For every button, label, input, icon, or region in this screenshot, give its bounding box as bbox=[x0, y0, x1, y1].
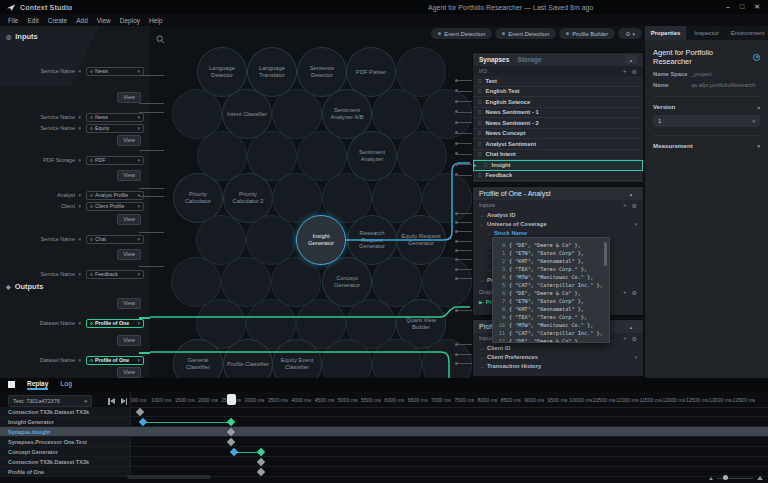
measurement-section-header[interactable]: Measurement ▾ bbox=[653, 135, 760, 149]
node-insight-generator[interactable]: Insight Generator bbox=[296, 215, 346, 265]
synapse-item-news-concept[interactable]: ≡News Concept bbox=[473, 129, 643, 140]
skip-to-start-button[interactable] bbox=[108, 398, 115, 405]
connector-value-select[interactable]: Feedback▾ bbox=[86, 270, 144, 279]
timeline-track-row[interactable]: Connection TX3k.Dataset TX3k bbox=[0, 457, 768, 467]
connector-value-select[interactable]: News▾ bbox=[86, 113, 144, 122]
client-inputs-settings-icon[interactable]: ⚙ bbox=[632, 335, 637, 342]
connector-label[interactable]: Dataset Name ▾ bbox=[40, 357, 81, 363]
zoom-out-icon[interactable] bbox=[709, 477, 713, 480]
event-marker-gray[interactable] bbox=[257, 468, 265, 476]
synapse-item-english-text[interactable]: ≡English Text bbox=[473, 87, 643, 98]
stop-button[interactable] bbox=[8, 381, 15, 388]
synapse-item-feedback[interactable]: ≡Feedback bbox=[473, 171, 643, 182]
view-button[interactable]: View bbox=[117, 367, 141, 378]
timeline-track-row[interactable]: Synapse.Insight bbox=[0, 427, 768, 437]
connector-label[interactable]: Dataset Name ▾ bbox=[40, 320, 81, 326]
tab-inspector[interactable]: Inspector bbox=[686, 26, 727, 40]
search-icon[interactable] bbox=[156, 30, 165, 48]
event-marker-blue[interactable] bbox=[138, 418, 146, 426]
view-button[interactable]: View bbox=[117, 214, 141, 225]
version-select[interactable]: 1 ▾ bbox=[653, 115, 760, 127]
collapse-synapses-button[interactable]: ▴ bbox=[625, 55, 637, 64]
synapse-item-news-sentiment-2[interactable]: ≡News Sentiment - 2 bbox=[473, 118, 643, 129]
connector-value-select[interactable]: Profile of One▾ bbox=[86, 319, 144, 328]
popup-scrollbar[interactable] bbox=[604, 242, 607, 266]
client-item-client-preferences[interactable]: →Client Preferences▾ bbox=[473, 352, 643, 361]
toolbar-pill-0[interactable]: Event Detection bbox=[431, 28, 492, 39]
add-input-button[interactable]: + bbox=[623, 202, 627, 209]
connector-value-select[interactable]: PDF▾ bbox=[86, 156, 144, 165]
zoom-slider[interactable] bbox=[717, 478, 753, 479]
minimize-button[interactable]: – bbox=[726, 3, 730, 11]
connector-label[interactable]: Service Name ▾ bbox=[40, 271, 81, 277]
add-output-button[interactable]: + bbox=[623, 289, 627, 296]
toolbar-pill-2[interactable]: Profile Builder bbox=[559, 28, 615, 39]
connector-value-select[interactable]: Analyst Profile▾ bbox=[86, 191, 144, 200]
time-ruler[interactable]: 500 ms1000 ms1500 ms2000 ms2500 ms3000 m… bbox=[130, 392, 768, 408]
maximize-button[interactable]: □ bbox=[740, 3, 744, 11]
node-canvas[interactable]: Language DetectorLanguage TranslatorSent… bbox=[150, 26, 645, 378]
collapse-analyst-button[interactable]: ▴ bbox=[625, 189, 637, 198]
menu-edit[interactable]: Edit bbox=[27, 17, 38, 24]
connector-label[interactable]: Service Name ▾ bbox=[40, 68, 81, 74]
connector-value-select[interactable]: Profile of One▾ bbox=[86, 356, 144, 365]
tab-storage[interactable]: Storage bbox=[517, 56, 541, 63]
playhead-marker[interactable] bbox=[227, 394, 236, 405]
connector-label[interactable]: Service Name ▾ bbox=[40, 236, 81, 242]
connector-label[interactable]: Client ▾ bbox=[61, 203, 81, 209]
event-marker-gray[interactable] bbox=[136, 408, 144, 416]
connector-value-select[interactable]: Client Profile▾ bbox=[86, 202, 144, 211]
connector-label[interactable]: Analyst ▾ bbox=[57, 192, 81, 198]
client-item-transaction-history[interactable]: →Transaction History bbox=[473, 362, 643, 371]
analyst-item-universe-of-coverage[interactable]: →Universe of Coverage▾ bbox=[473, 219, 643, 228]
menu-view[interactable]: View bbox=[97, 17, 111, 24]
timeline-tab-replay[interactable]: Replay bbox=[27, 380, 48, 390]
test-run-select[interactable]: Test: 7301a472376 ▾ bbox=[8, 395, 92, 407]
add-synapse-button[interactable]: + bbox=[623, 68, 627, 75]
menu-create[interactable]: Create bbox=[48, 17, 68, 24]
add-client-input-button[interactable]: + bbox=[623, 335, 627, 342]
menu-add[interactable]: Add bbox=[76, 17, 88, 24]
view-button[interactable]: View bbox=[117, 298, 141, 309]
tab-synapses[interactable]: Synapses bbox=[479, 56, 509, 63]
timeline-track-row[interactable]: Synapses.Processor One.Test bbox=[0, 437, 768, 447]
synapse-item-english-setence[interactable]: ≡English Setence bbox=[473, 97, 643, 108]
zoom-slider-knob[interactable] bbox=[723, 475, 728, 480]
timeline-track-row[interactable]: Insight Generator bbox=[0, 417, 768, 427]
tab-environment[interactable]: Environment bbox=[727, 26, 768, 40]
inputs-settings-icon[interactable]: ⚙ bbox=[632, 202, 637, 209]
event-marker-green[interactable] bbox=[227, 418, 235, 426]
analyst-item-analyst-id[interactable]: →Analyst ID bbox=[473, 210, 643, 219]
view-button[interactable]: View bbox=[117, 92, 141, 103]
event-marker-gray[interactable] bbox=[227, 438, 235, 446]
connector-label[interactable]: PDF Storage ▾ bbox=[43, 157, 81, 163]
tab-properties[interactable]: Properties bbox=[645, 26, 686, 40]
synapse-item-news-sentiment-1[interactable]: ≡News Sentiment - 1 bbox=[473, 108, 643, 119]
timeline-track-row[interactable]: Concept Generator bbox=[0, 447, 768, 457]
toolbar-pill-1[interactable]: Event Detection bbox=[495, 28, 556, 39]
view-button[interactable]: View bbox=[117, 335, 141, 346]
timeline-track-row[interactable]: Connection TX3k.Dataset TX3k bbox=[0, 407, 768, 417]
view-button[interactable]: View bbox=[117, 249, 141, 260]
connector-value-select[interactable]: Chat▾ bbox=[86, 235, 144, 244]
synapse-item-analyst-sentiment[interactable]: ≡Analyst Sentiment bbox=[473, 139, 643, 150]
connector-value-select[interactable]: News▾ bbox=[86, 67, 144, 76]
connector-label[interactable]: Service Name ▾ bbox=[40, 114, 81, 120]
timeline-tab-log[interactable]: Log bbox=[60, 380, 72, 390]
outputs-settings-icon[interactable]: ⚙ bbox=[632, 289, 637, 296]
synapse-item-text[interactable]: ≡Text bbox=[473, 76, 643, 87]
synapse-settings-icon[interactable]: ⚙ bbox=[632, 68, 637, 75]
synapse-item-insight[interactable]: ▶≡Insight bbox=[473, 160, 643, 171]
close-button[interactable]: ✕ bbox=[754, 3, 760, 11]
connector-label[interactable]: Service Name ▾ bbox=[40, 125, 81, 131]
view-button[interactable]: View bbox=[117, 170, 141, 181]
event-marker-gray[interactable] bbox=[227, 428, 235, 436]
timeline-scrollbar-thumb[interactable] bbox=[127, 475, 211, 479]
timeline-track-row[interactable]: Profile of One bbox=[0, 467, 768, 477]
menu-deploy[interactable]: Deploy bbox=[120, 17, 140, 24]
event-marker-blue[interactable] bbox=[229, 448, 237, 456]
skip-to-end-button[interactable] bbox=[121, 398, 128, 405]
zoom-in-icon[interactable] bbox=[757, 476, 763, 480]
connector-value-select[interactable]: Equity▾ bbox=[86, 124, 144, 133]
menu-help[interactable]: Help bbox=[149, 17, 162, 24]
